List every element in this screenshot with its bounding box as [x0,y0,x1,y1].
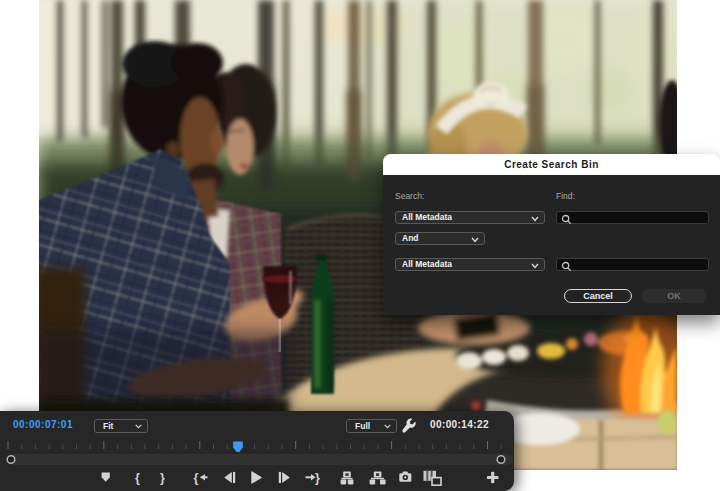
svg-text:}: } [315,471,320,485]
svg-text:{: { [135,471,140,485]
svg-text:{: { [194,471,199,485]
svg-text:}: } [160,471,165,485]
